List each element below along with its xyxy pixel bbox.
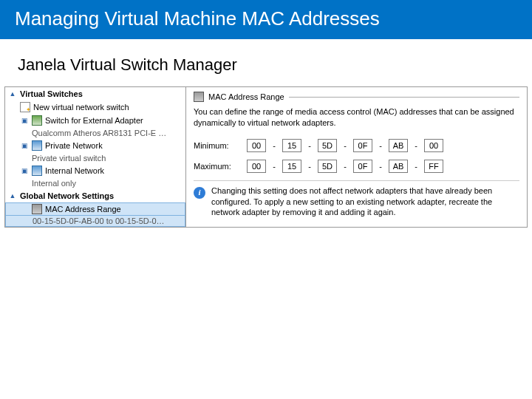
info-icon: i: [194, 187, 205, 199]
mac-min-octet-1[interactable]: [247, 139, 266, 152]
mac-sep: -: [414, 141, 418, 150]
tree-section-virtual-switches[interactable]: ▲ Virtual Switches: [5, 87, 185, 100]
nic-icon: [32, 204, 42, 214]
page-subtitle: Janela Virtual Switch Manager: [0, 39, 532, 86]
page-title: Managing Virtual Machine MAC Addresses: [0, 0, 532, 39]
mac-max-octet-2[interactable]: [282, 160, 301, 173]
switch-icon: [32, 115, 42, 126]
tree-item-label: Internal Network: [45, 166, 104, 175]
virtual-switch-manager-window: ▲ Virtual Switches New virtual network s…: [4, 86, 528, 228]
mac-max-octet-1[interactable]: [247, 160, 266, 173]
tree-item-mac-range-sub: 00-15-5D-0F-AB-00 to 00-15-5D-0…: [5, 216, 185, 227]
mac-min-octet-4[interactable]: [353, 139, 372, 152]
tree-item-private-sub: Private virtual switch: [5, 152, 185, 164]
tree-item-internal-sub: Internal only: [5, 177, 185, 189]
group-header: MAC Address Range: [194, 92, 519, 102]
chevron-collapse-icon: ▲: [8, 89, 17, 98]
tree-item-new-switch[interactable]: New virtual network switch: [5, 100, 185, 114]
tree-item-label: Private Network: [45, 141, 103, 150]
tree-pane: ▲ Virtual Switches New virtual network s…: [5, 87, 186, 227]
switch-icon: [32, 166, 42, 176]
new-switch-icon: [20, 102, 30, 112]
info-text: Changing this setting does not affect ne…: [211, 185, 519, 219]
section-label: Global Network Settings: [20, 191, 114, 200]
tree-item-external[interactable]: ▣ Switch for External Adapter: [5, 114, 185, 127]
mac-max-octet-4[interactable]: [353, 160, 372, 173]
min-label: Minimum:: [194, 141, 241, 150]
tree-item-mac-range[interactable]: MAC Address Range: [5, 202, 185, 216]
mac-max-octet-3[interactable]: [318, 160, 337, 173]
switch-icon: [32, 140, 42, 151]
expand-icon: ▣: [20, 141, 29, 150]
section-label: Virtual Switches: [20, 89, 83, 98]
mac-min-row: Minimum: - - - - -: [194, 139, 519, 152]
mac-min-octet-2[interactable]: [282, 139, 301, 152]
description-text: You can define the range of media access…: [194, 106, 519, 129]
tree-item-label: Switch for External Adapter: [45, 116, 143, 125]
mac-min-octet-5[interactable]: [389, 139, 408, 152]
info-note: i Changing this setting does not affect …: [194, 180, 519, 219]
tree-item-label: New virtual network switch: [33, 103, 129, 112]
nic-icon: [194, 92, 204, 102]
expand-icon: ▣: [20, 116, 29, 125]
max-label: Maximum:: [194, 162, 241, 171]
mac-sep: -: [378, 141, 383, 150]
tree-section-global[interactable]: ▲ Global Network Settings: [5, 189, 185, 202]
tree-item-internal[interactable]: ▣ Internal Network: [5, 164, 185, 177]
tree-item-private[interactable]: ▣ Private Network: [5, 139, 185, 152]
mac-max-row: Maximum: - - - - -: [194, 160, 519, 173]
mac-sep: -: [272, 162, 276, 171]
detail-pane: MAC Address Range You can define the ran…: [186, 87, 527, 227]
mac-sep: -: [343, 141, 347, 150]
mac-sep: -: [272, 141, 276, 150]
mac-sep: -: [307, 141, 312, 150]
mac-min-octet-3[interactable]: [318, 139, 337, 152]
mac-max-octet-5[interactable]: [389, 160, 408, 173]
expand-icon: ▣: [20, 166, 29, 175]
mac-sep: -: [307, 162, 312, 171]
tree-item-label: MAC Address Range: [45, 205, 121, 214]
mac-sep: -: [343, 162, 347, 171]
mac-sep: -: [378, 162, 383, 171]
group-title: MAC Address Range: [208, 92, 284, 101]
mac-min-octet-6[interactable]: [424, 139, 443, 152]
chevron-collapse-icon: ▲: [8, 191, 17, 200]
mac-max-octet-6[interactable]: [424, 160, 443, 173]
tree-item-external-sub: Qualcomm Atheros AR8131 PCI-E …: [5, 127, 185, 139]
mac-sep: -: [414, 162, 418, 171]
